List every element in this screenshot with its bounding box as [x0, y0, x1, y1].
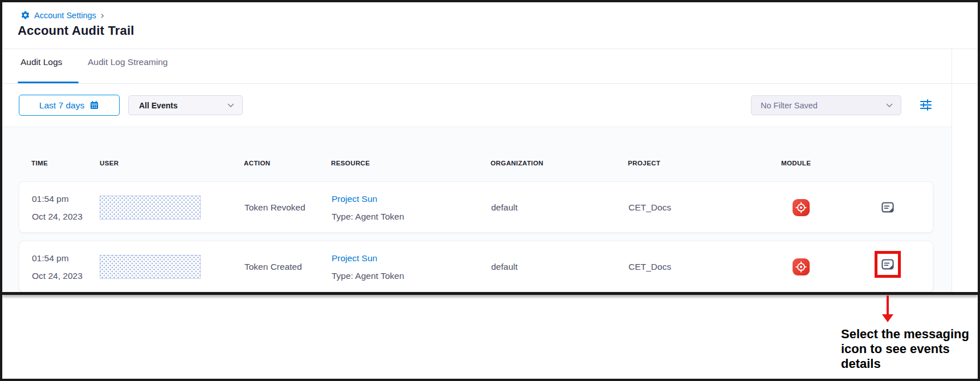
date-range-button[interactable]: Last 7 days [19, 95, 120, 116]
event-details-message-button[interactable] [880, 200, 895, 215]
chevron-down-icon [886, 103, 893, 108]
tabbar-border [2, 83, 978, 84]
column-header-user: USER [100, 160, 119, 167]
saved-filter-select[interactable]: No Filter Saved [751, 95, 901, 115]
annotation-line: Select the messaging [841, 327, 969, 342]
table-row: 01:54 pm Oct 24, 2023 Token Revoked Proj… [19, 181, 933, 233]
redacted-user-avatar [100, 196, 201, 220]
content-right-divider [952, 48, 952, 292]
column-header-resource: RESOURCE [331, 160, 370, 167]
row-time: 01:54 pm [32, 252, 69, 264]
resource-link[interactable]: Project Sun [332, 252, 377, 264]
column-header-time: TIME [31, 160, 48, 167]
column-header-organization: ORGANIZATION [491, 160, 544, 167]
column-header-module: MODULE [781, 160, 811, 167]
header-divider [2, 48, 978, 49]
row-action: Token Created [244, 261, 302, 273]
breadcrumb-account-settings[interactable]: Account Settings [34, 11, 96, 20]
calendar-icon [89, 100, 99, 110]
annotation-line: details [841, 356, 969, 371]
row-time: 01:54 pm [32, 193, 69, 205]
sliders-icon [919, 98, 933, 112]
resource-type: Type: Agent Token [332, 270, 404, 282]
breadcrumb[interactable]: Account Settings › [21, 10, 104, 20]
event-type-value: All Events [129, 101, 178, 110]
table-row: 01:54 pm Oct 24, 2023 Token Created Proj… [19, 241, 933, 292]
saved-filter-value: No Filter Saved [752, 101, 818, 110]
chevron-down-icon [227, 103, 234, 108]
resource-type: Type: Agent Token [332, 210, 404, 222]
row-project: CET_Docs [628, 201, 671, 213]
annotation-arrow [887, 295, 889, 315]
gear-icon [21, 10, 30, 20]
date-range-label: Last 7 days [39, 100, 84, 111]
event-type-select[interactable]: All Events [128, 95, 243, 115]
resource-link[interactable]: Project Sun [332, 193, 377, 205]
filter-sliders-button[interactable] [919, 98, 933, 112]
annotation-highlight-box [875, 251, 901, 278]
tab-audit-logs[interactable]: Audit Logs [21, 57, 62, 67]
tab-audit-log-streaming[interactable]: Audit Log Streaming [88, 57, 168, 67]
annotation-text: Select the messaging icon to see events … [841, 327, 969, 371]
column-header-action: ACTION [244, 160, 270, 167]
row-project: CET_Docs [628, 261, 671, 273]
annotation-arrowhead-icon [882, 314, 893, 322]
cet-module-icon [793, 199, 810, 216]
event-details-message-button[interactable] [880, 257, 895, 272]
redacted-user-avatar [100, 255, 201, 279]
row-organization: default [491, 201, 518, 213]
annotation-line: icon to see events [841, 342, 969, 356]
page-title: Account Audit Trail [18, 23, 134, 38]
screenshot-frame: Account Settings › Account Audit Trail A… [0, 0, 980, 381]
row-organization: default [491, 261, 518, 273]
row-action: Token Revoked [244, 201, 305, 213]
audit-trail-app-window: Account Settings › Account Audit Trail A… [2, 2, 978, 295]
column-header-project: PROJECT [628, 160, 660, 167]
breadcrumb-chevron-icon: › [101, 11, 104, 19]
row-date: Oct 24, 2023 [32, 270, 83, 282]
row-date: Oct 24, 2023 [32, 210, 83, 222]
cet-module-icon [793, 258, 810, 275]
